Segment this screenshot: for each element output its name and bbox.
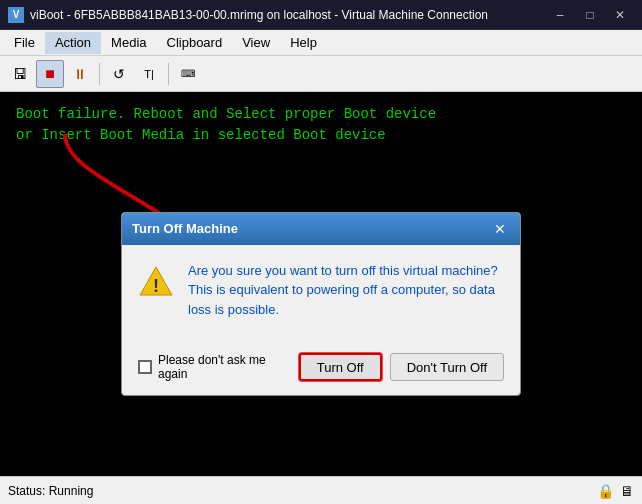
title-bar: V viBoot - 6FB5ABBB841BAB13-00-00.mrimg …: [0, 0, 642, 30]
svg-text:!: !: [153, 276, 159, 296]
dont-turn-off-button[interactable]: Don't Turn Off: [390, 353, 504, 381]
turn-off-dialog: Turn Off Machine ✕ ! Are you sure you wa…: [121, 212, 521, 397]
dont-ask-label: Please don't ask me again: [158, 353, 289, 381]
stop-button[interactable]: ■: [36, 60, 64, 88]
pause-icon: ⏸: [73, 66, 87, 82]
menu-action[interactable]: Action: [45, 32, 101, 54]
app-icon: V: [8, 7, 24, 23]
dialog-title: Turn Off Machine: [132, 221, 238, 236]
toolbar: 🖫 ■ ⏸ ↺ T| ⌨: [0, 56, 642, 92]
reset-icon: ↺: [113, 66, 125, 82]
vm-screen: Boot failure. Reboot and Select proper B…: [0, 92, 642, 476]
dialog-footer: Please don't ask me again Turn Off Don't…: [122, 345, 520, 395]
minimize-button[interactable]: –: [546, 5, 574, 25]
reset-button[interactable]: ↺: [105, 60, 133, 88]
save-icon: 🖫: [13, 66, 27, 82]
menu-media[interactable]: Media: [101, 32, 156, 54]
pause-button[interactable]: ⏸: [66, 60, 94, 88]
menu-help[interactable]: Help: [280, 32, 327, 54]
toolbar-divider: [99, 63, 100, 85]
status-bar: Status: Running 🔒 🖥: [0, 476, 642, 504]
lock-icon: 🔒: [597, 483, 614, 499]
dialog-message: Are you sure you want to turn off this v…: [188, 261, 504, 320]
dialog-buttons: Turn Off Don't Turn Off: [299, 353, 504, 381]
stop-icon: ■: [45, 65, 55, 83]
window-controls: – □ ✕: [546, 5, 634, 25]
save-button[interactable]: 🖫: [6, 60, 34, 88]
menu-view[interactable]: View: [232, 32, 280, 54]
turn-off-button[interactable]: Turn Off: [299, 353, 382, 381]
type-button[interactable]: T|: [135, 60, 163, 88]
status-text: Status: Running: [8, 484, 93, 498]
menu-bar: File Action Media Clipboard View Help: [0, 30, 642, 56]
menu-clipboard[interactable]: Clipboard: [157, 32, 233, 54]
warning-icon: !: [138, 263, 174, 299]
window-title: viBoot - 6FB5ABBB841BAB13-00-00.mrimg on…: [30, 8, 488, 22]
cad-icon: ⌨: [181, 68, 195, 79]
type-icon: T|: [144, 68, 154, 80]
ctrl-alt-del-button[interactable]: ⌨: [174, 60, 202, 88]
toolbar-divider2: [168, 63, 169, 85]
dialog-message-row: ! Are you sure you want to turn off this…: [138, 261, 504, 320]
dialog-backdrop: Turn Off Machine ✕ ! Are you sure you wa…: [0, 92, 642, 476]
status-left: Status: Running: [8, 484, 93, 498]
close-button[interactable]: ✕: [606, 5, 634, 25]
dialog-body: ! Are you sure you want to turn off this…: [122, 245, 520, 346]
dialog-close-button[interactable]: ✕: [490, 219, 510, 239]
dont-ask-row: Please don't ask me again: [138, 353, 289, 381]
dont-ask-checkbox[interactable]: [138, 360, 152, 374]
dialog-title-bar: Turn Off Machine ✕: [122, 213, 520, 245]
display-icon: 🖥: [620, 483, 634, 499]
menu-file[interactable]: File: [4, 32, 45, 54]
maximize-button[interactable]: □: [576, 5, 604, 25]
status-right: 🔒 🖥: [597, 483, 634, 499]
